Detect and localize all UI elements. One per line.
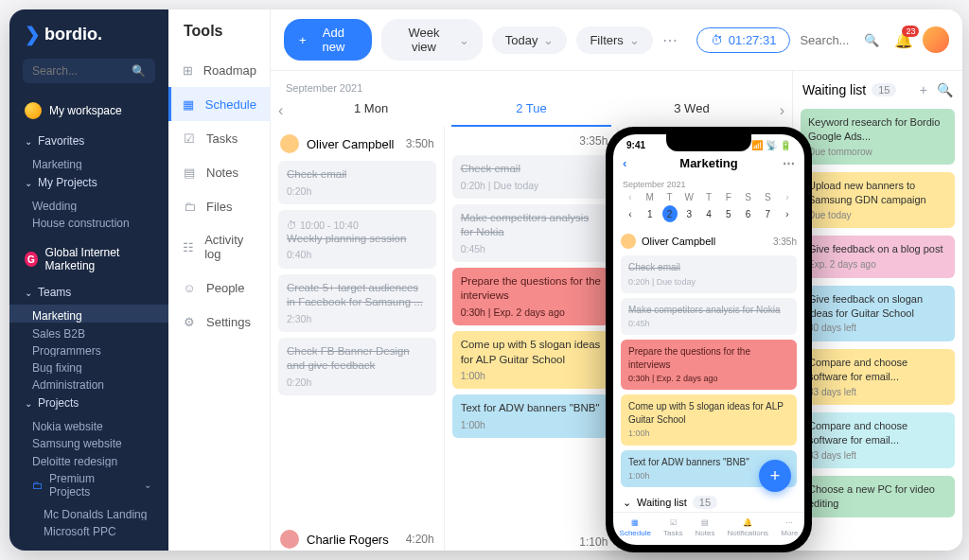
- phone-task-card[interactable]: Make competitors analysis for Nokia0:45h: [621, 298, 797, 336]
- section-myprojects[interactable]: ⌄My Projects: [9, 170, 168, 195]
- waiting-card[interactable]: Choose a new PC for video editing: [801, 476, 955, 517]
- nav-myproject-wedding[interactable]: Wedding: [9, 195, 168, 212]
- user-avatar[interactable]: [923, 26, 949, 53]
- more-icon[interactable]: ⋯: [662, 31, 678, 49]
- waiting-card[interactable]: Upload new banners to Samsung GDN campai…: [801, 172, 955, 228]
- global-workspace[interactable]: G Global Internet Marketing: [9, 238, 168, 280]
- task-card[interactable]: Check email0:20h | Due today: [452, 155, 610, 199]
- note-icon: ▤: [182, 165, 197, 180]
- dow-label: T: [701, 192, 716, 202]
- phone-task-card[interactable]: Prepare the questions for the interviews…: [621, 340, 797, 390]
- date-cell[interactable]: 4: [701, 209, 716, 219]
- task-card[interactable]: Text for ADW banners "BNB"1:00h: [452, 394, 610, 438]
- workspace-selector[interactable]: My workspace: [9, 96, 168, 125]
- task-card[interactable]: Come up with 5 slogan ideas for ALP Guit…: [452, 331, 610, 389]
- task-card[interactable]: ⏱ 10:00 - 10:40Weekly planning session0:…: [278, 210, 436, 269]
- nav-myproject-house[interactable]: House construction: [9, 212, 168, 229]
- tool-people[interactable]: ☺People: [168, 271, 270, 305]
- prev-icon[interactable]: ‹: [623, 192, 638, 202]
- next-icon[interactable]: ›: [780, 209, 795, 219]
- add-new-button[interactable]: +Add new: [284, 19, 372, 61]
- nav-project-deloitte[interactable]: Deloitte redesign: [9, 450, 168, 467]
- tool-settings[interactable]: ⚙Settings: [168, 305, 270, 339]
- tool-activity[interactable]: ☷Activity log: [168, 223, 270, 271]
- top-search-input[interactable]: [800, 33, 856, 47]
- nav-team-marketing[interactable]: Marketing: [9, 305, 168, 322]
- nav-project-nokia[interactable]: Nokia website: [9, 415, 168, 432]
- tab-notes[interactable]: ▤Notes: [696, 518, 715, 537]
- nav-project-samsung[interactable]: Samsung website: [9, 432, 168, 449]
- task-card[interactable]: Make competitors analysis for Nokia0:45h: [452, 204, 610, 262]
- tab-notifications[interactable]: 🔔Notifications: [728, 518, 769, 537]
- activity-icon: ☷: [182, 239, 195, 254]
- phone-task-card[interactable]: Check email0:20h | Due today: [621, 255, 797, 293]
- date-cell[interactable]: 7: [760, 209, 775, 219]
- phone-task-card[interactable]: Come up with 5 slogan ideas for ALP Guit…: [621, 394, 797, 445]
- nav-team-admin[interactable]: Administration: [9, 374, 168, 391]
- tool-roadmap[interactable]: ⊞Roadmap: [168, 53, 270, 87]
- day-tab-mon[interactable]: 1 Mon: [291, 94, 450, 127]
- plus-icon[interactable]: +: [920, 82, 927, 97]
- day-tab-tue[interactable]: 2 Tue: [451, 94, 611, 127]
- phone-waiting-list[interactable]: ⌄Waiting list15: [621, 492, 797, 512]
- task-card[interactable]: Check email0:20h: [278, 161, 436, 204]
- tab-tasks[interactable]: ☑Tasks: [663, 518, 682, 537]
- next-icon[interactable]: ›: [780, 192, 795, 202]
- view-selector[interactable]: Week view⌄: [381, 19, 482, 61]
- timer-pill[interactable]: ⏱01:27:31: [696, 27, 791, 53]
- nav-favorite-marketing[interactable]: Marketing: [9, 153, 168, 170]
- dow-label: S: [760, 192, 775, 202]
- phone-mockup: 9:41 📶 📡 🔋 ‹ Marketing ⋯ September 2021 …: [606, 127, 812, 552]
- chevron-down-icon: ⌄: [25, 136, 34, 147]
- notifications-button[interactable]: 🔔 23: [894, 31, 913, 49]
- sidebar-search[interactable]: 🔍: [23, 59, 155, 83]
- date-cell[interactable]: 6: [741, 209, 756, 219]
- tool-files[interactable]: 🗀Files: [168, 189, 270, 223]
- calendar-icon: ▦: [182, 96, 196, 112]
- nav-team-bugfixing[interactable]: Bug fixing: [9, 357, 168, 374]
- date-cell[interactable]: 2: [662, 205, 678, 222]
- nav-team-sales[interactable]: Sales B2B: [9, 323, 168, 340]
- top-search[interactable]: 🔍: [800, 33, 885, 47]
- waiting-card[interactable]: Compare and choose software for email...…: [801, 412, 955, 468]
- date-cell[interactable]: 3: [681, 209, 696, 219]
- nav-team-programmers[interactable]: Programmers: [9, 340, 168, 357]
- date-cell[interactable]: 1: [643, 209, 658, 219]
- sidebar-search-input[interactable]: [32, 64, 126, 78]
- nav-sub-microsoft[interactable]: Microsoft PPC: [9, 520, 168, 537]
- nav-folder-premium[interactable]: 🗀 Premium Projects ⌄: [9, 467, 168, 503]
- section-teams[interactable]: ⌄Teams: [9, 280, 168, 305]
- waiting-card[interactable]: Keyword research for Bordio Google Ads..…: [801, 109, 955, 165]
- task-card[interactable]: Create 5+ target audiences in Facebook f…: [278, 274, 436, 332]
- check-icon: ☑: [182, 131, 197, 146]
- tool-notes[interactable]: ▤Notes: [168, 155, 270, 189]
- section-favorites[interactable]: ⌄Favorites: [9, 129, 168, 153]
- search-icon[interactable]: 🔍: [937, 82, 953, 97]
- more-icon: ⋯: [785, 518, 793, 527]
- today-button[interactable]: Today⌄: [492, 26, 568, 54]
- chevron-down-icon: ⌄: [144, 480, 153, 490]
- prev-icon[interactable]: ‹: [623, 209, 638, 219]
- tool-tasks[interactable]: ☑Tasks: [168, 121, 270, 155]
- waiting-card[interactable]: Compare and choose software for email...…: [801, 349, 955, 405]
- more-icon[interactable]: ⋯: [783, 156, 795, 170]
- tool-schedule[interactable]: ▦Schedule: [168, 87, 270, 121]
- prev-week-button[interactable]: ‹: [271, 102, 291, 119]
- phone-time: 9:41: [626, 140, 645, 150]
- fab-add-button[interactable]: +: [759, 460, 791, 492]
- nav-sub-mcdonalds[interactable]: Mc Donalds Landing: [9, 503, 168, 520]
- phone-person-row: Oliver Campbell3:35h: [621, 232, 797, 251]
- waiting-card[interactable]: Give feedback on a blog postExp. 2 days …: [801, 236, 955, 277]
- date-cell[interactable]: 5: [721, 209, 736, 219]
- tab-schedule[interactable]: ▦Schedule: [620, 518, 651, 537]
- task-card[interactable]: Prepare the questions for the interviews…: [452, 268, 610, 325]
- task-card[interactable]: Check FB Banner Design and give feedback…: [278, 338, 436, 395]
- tab-more[interactable]: ⋯More: [781, 518, 798, 537]
- section-projects[interactable]: ⌄Projects: [9, 391, 168, 415]
- next-week-button[interactable]: ›: [772, 102, 792, 119]
- waiting-card[interactable]: Give feedback on slogan ideas for Guitar…: [801, 286, 955, 341]
- filters-button[interactable]: Filters⌄: [576, 26, 652, 54]
- check-icon: ☑: [670, 518, 677, 527]
- back-button[interactable]: ‹: [623, 156, 626, 170]
- day-tab-wed[interactable]: 3 Wed: [611, 94, 771, 127]
